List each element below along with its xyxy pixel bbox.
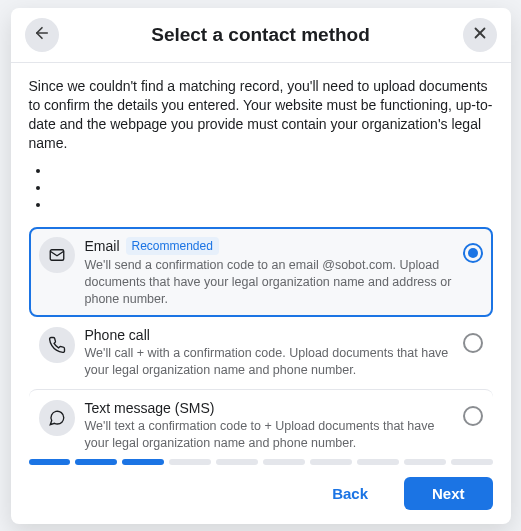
modal-body: Since we couldn't find a matching record… bbox=[11, 63, 511, 455]
options-group: Email Recommended We'll send a confirmat… bbox=[29, 227, 493, 455]
bullet-list bbox=[51, 162, 493, 213]
option-title: Email bbox=[85, 238, 120, 254]
option-body: Email Recommended We'll send a confirmat… bbox=[85, 237, 455, 308]
list-item bbox=[51, 162, 493, 179]
next-button[interactable]: Next bbox=[404, 477, 493, 510]
modal-footer: Back Next bbox=[11, 465, 511, 524]
mail-icon bbox=[39, 237, 75, 273]
option-title: Phone call bbox=[85, 327, 150, 343]
close-button[interactable] bbox=[463, 18, 497, 52]
option-body: Phone call We'll call + with a confirmat… bbox=[85, 327, 455, 379]
option-sms[interactable]: Text message (SMS) We'll text a confirma… bbox=[29, 389, 493, 454]
contact-method-modal: Select a contact method Since we couldn'… bbox=[11, 8, 511, 524]
modal-header: Select a contact method bbox=[11, 8, 511, 63]
list-item bbox=[51, 196, 493, 213]
modal-title: Select a contact method bbox=[59, 24, 463, 46]
phone-icon bbox=[39, 327, 75, 363]
recommended-badge: Recommended bbox=[126, 237, 219, 255]
chat-icon bbox=[39, 400, 75, 436]
arrow-left-icon bbox=[33, 24, 51, 45]
option-title: Text message (SMS) bbox=[85, 400, 215, 416]
option-body: Text message (SMS) We'll text a confirma… bbox=[85, 400, 455, 452]
radio-indicator bbox=[463, 243, 483, 263]
option-subtitle: We'll send a confirmation code to an ema… bbox=[85, 257, 455, 308]
back-button[interactable]: Back bbox=[304, 477, 396, 510]
close-icon bbox=[471, 24, 489, 45]
option-subtitle: We'll text a confirmation code to + Uplo… bbox=[85, 418, 455, 452]
radio-indicator bbox=[463, 406, 483, 426]
radio-indicator bbox=[463, 333, 483, 353]
list-item bbox=[51, 179, 493, 196]
option-email[interactable]: Email Recommended We'll send a confirmat… bbox=[29, 227, 493, 318]
description-text: Since we couldn't find a matching record… bbox=[29, 77, 493, 154]
progress-bar bbox=[11, 455, 511, 465]
option-phone[interactable]: Phone call We'll call + with a confirmat… bbox=[29, 317, 493, 389]
option-subtitle: We'll call + with a confirmation code. U… bbox=[85, 345, 455, 379]
back-icon-button[interactable] bbox=[25, 18, 59, 52]
